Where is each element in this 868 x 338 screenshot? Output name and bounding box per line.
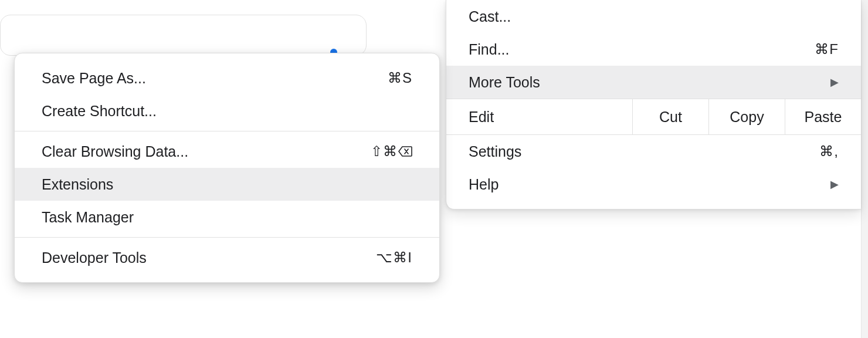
submenu-item-developer-tools[interactable]: Developer Tools ⌥⌘I [15,241,439,274]
menu-label: Settings [469,143,819,160]
menu-item-edit-row: Edit Cut Copy Paste [446,99,861,135]
submenu-shortcut: ⌘S [388,70,412,86]
window-edge [861,0,868,338]
submenu-item-extensions[interactable]: Extensions [15,168,439,201]
menu-item-find[interactable]: Find... ⌘F [446,33,861,66]
more-tools-submenu: Save Page As... ⌘S Create Shortcut... Cl… [14,53,440,283]
submenu-item-task-manager[interactable]: Task Manager [15,201,439,234]
menu-item-help[interactable]: Help ▶ [446,168,861,201]
menu-divider [15,131,439,131]
submenu-shortcut: ⇧⌘ [371,143,412,160]
submenu-label: Clear Browsing Data... [42,143,371,160]
submenu-label: Task Manager [42,209,412,226]
submenu-label: Developer Tools [42,249,376,266]
edit-paste-button[interactable]: Paste [785,99,861,134]
edit-label: Edit [446,99,632,134]
menu-label: Find... [469,41,815,58]
menu-item-settings[interactable]: Settings ⌘, [446,135,861,168]
submenu-shortcut: ⌥⌘I [376,249,412,266]
chevron-right-icon: ▶ [830,178,839,191]
shortcut-text: ⇧⌘ [371,143,398,160]
browser-tab-fragment [0,15,367,56]
browser-main-menu: Cast... Find... ⌘F More Tools ▶ Edit Cut… [446,0,861,209]
submenu-label: Create Shortcut... [42,103,412,120]
backspace-icon [398,146,412,157]
menu-shortcut: ⌘, [819,143,839,160]
menu-label: More Tools [469,74,830,91]
edit-cut-button[interactable]: Cut [632,99,708,134]
menu-item-more-tools[interactable]: More Tools ▶ [446,66,861,99]
submenu-label: Save Page As... [42,70,388,87]
submenu-item-create-shortcut[interactable]: Create Shortcut... [15,94,439,127]
submenu-item-clear-browsing-data[interactable]: Clear Browsing Data... ⇧⌘ [15,135,439,168]
menu-divider [15,237,439,238]
menu-label: Cast... [469,8,839,25]
menu-shortcut: ⌘F [815,41,839,58]
edit-copy-button[interactable]: Copy [708,99,785,134]
submenu-item-save-page[interactable]: Save Page As... ⌘S [15,62,439,94]
menu-label: Help [469,176,830,193]
menu-item-cast[interactable]: Cast... [446,0,861,33]
chevron-right-icon: ▶ [830,76,839,89]
submenu-label: Extensions [42,176,412,193]
